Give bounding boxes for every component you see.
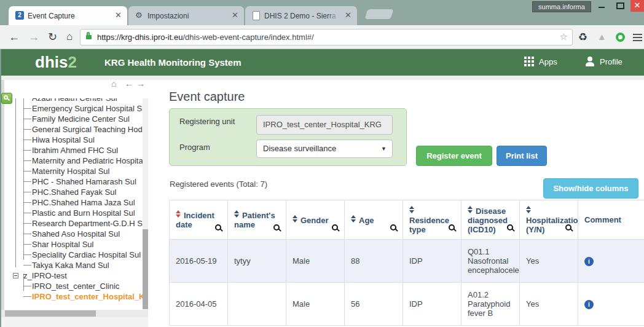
org-unit-tree-item[interactable]: Shahed Aso Hospital Sul: [5, 229, 143, 239]
org-unit-tree-item[interactable]: Family Medicine Center Sul: [5, 114, 143, 124]
window-minimize-button[interactable]: [594, 0, 610, 12]
extension-green-ring-icon[interactable]: [616, 33, 625, 42]
cell-comment: [578, 240, 644, 283]
extension-recycle-icon[interactable]: ♻: [578, 31, 587, 44]
sort-icon[interactable]: [293, 215, 297, 223]
bookmark-star-icon[interactable]: ☆: [560, 31, 568, 42]
logo-suffix: 2: [68, 53, 76, 71]
org-unit-tree-item[interactable]: PHC.Shahed Hama Jaza Sul: [5, 197, 143, 208]
back-icon[interactable]: ←: [9, 30, 20, 44]
column-header-gender[interactable]: Gender: [286, 200, 345, 240]
tree-home-icon[interactable]: ⌂: [111, 79, 116, 89]
browser-window: 2 Event Capture ✕ ⚙ Impostazioni ✕ DHIS …: [0, 0, 644, 327]
tree-vertical-scrollbar-thumb[interactable]: [143, 229, 148, 309]
org-unit-tree-item[interactable]: PHC.Shahed Fayak Sul: [5, 187, 143, 197]
column-header-residence-type[interactable]: Residence type: [403, 200, 461, 240]
tree-item-label: Speciality Cardiac Hospital Sul: [32, 250, 141, 259]
tree-forward-icon[interactable]: →: [136, 79, 145, 89]
apps-menu[interactable]: Apps: [524, 57, 557, 66]
sort-icon[interactable]: [351, 215, 356, 223]
url-text[interactable]: https://krg-dhis.ipro-it.eu/dhis-web-eve…: [97, 33, 314, 42]
sidebar-left-gutter: [1, 80, 4, 327]
org-unit-tree-item[interactable]: General Surgical Teaching Hodpi: [5, 124, 143, 135]
program-select[interactable]: Disease surveillance ▼: [256, 140, 393, 158]
table-row[interactable]: 2016-04-05Male56IDPA01.2 Paratyphoid fev…: [170, 283, 644, 326]
column-label: Incident date: [176, 211, 214, 229]
tab-close-icon[interactable]: ✕: [115, 11, 122, 19]
org-unit-tree-item[interactable]: Ibrahim Ahmed FHC Sul: [5, 145, 143, 156]
tree-item-label: General Surgical Teaching Hodpi: [32, 125, 143, 134]
column-search-icon[interactable]: [332, 224, 338, 230]
sort-icon[interactable]: [176, 210, 181, 218]
table-row[interactable]: 2016-05-19tytyyMale88IDPQ01.1 Nasofronta…: [170, 240, 644, 283]
column-header-incident-date[interactable]: Incident date: [170, 200, 228, 240]
column-search-icon[interactable]: [565, 224, 571, 230]
sort-icon[interactable]: [468, 206, 473, 213]
org-unit-tree-item[interactable]: Hiwa Hospital Sul: [5, 135, 143, 145]
org-unit-tree-item[interactable]: Azadi Health Center Sul: [5, 98, 143, 103]
browser-menu-icon[interactable]: [633, 34, 642, 35]
org-unit-tree-item[interactable]: Maternity Hospital Sul: [5, 166, 143, 176]
column-search-icon[interactable]: [390, 224, 396, 230]
column-search-icon[interactable]: [215, 224, 221, 230]
tree-item-label: Hiwa Hospital Sul: [32, 135, 95, 144]
address-bar[interactable]: https://krg-dhis.ipro-it.eu/dhis-web-eve…: [80, 29, 573, 45]
new-tab-button[interactable]: [364, 9, 393, 19]
column-search-icon[interactable]: [273, 224, 280, 230]
column-header-comment[interactable]: Comment: [578, 200, 644, 240]
cell-hospitalization-yn: Yes: [520, 283, 578, 326]
org-unit-tree-item[interactable]: IPRO_test_center_Clinic: [5, 281, 143, 291]
window-close-button[interactable]: ✕: [630, 0, 644, 12]
org-unit-tree-item[interactable]: Maternity and Pediatric Hospital F: [5, 156, 143, 166]
org-unit-tree-item[interactable]: z_IPRO-test: [5, 270, 143, 281]
org-unit-tree-item[interactable]: Shar Hospital Sul: [5, 239, 143, 250]
extension-drive-icon[interactable]: ▲: [597, 31, 607, 42]
column-header-disease-diagnosed-icd10[interactable]: Disease diagnosed (ICD10): [461, 200, 520, 240]
cell-disease-diagnosed-icd10: Q01.1 Nasofrontal encephalocele: [461, 240, 520, 283]
apps-label: Apps: [539, 57, 557, 66]
sort-icon[interactable]: [409, 206, 414, 213]
org-unit-tree-item[interactable]: Emergency Surgical Hospital Sul: [5, 103, 143, 114]
org-unit-tree-item[interactable]: Takya Kaka Mand Sul: [5, 260, 143, 270]
info-icon[interactable]: [584, 257, 594, 266]
registering-unit-input[interactable]: IPRO_test_center_Hospital_KRG: [256, 115, 393, 135]
org-unit-tree-item[interactable]: IPRO_test_center_Hospital_KRG: [5, 291, 143, 302]
tree-item-label: PHC.Shahed Hama Jaza Sul: [32, 198, 135, 207]
org-unit-tree-item[interactable]: PHC - Shahed Hamarash Sul: [5, 176, 143, 187]
print-list-button[interactable]: Print list: [497, 146, 547, 166]
cell-patients-name: [228, 283, 286, 326]
tab-event-capture[interactable]: 2 Event Capture ✕: [9, 6, 127, 25]
cell-age: 88: [345, 240, 403, 283]
column-label: Gender: [300, 216, 329, 225]
apps-grid-icon: [524, 57, 534, 66]
forward-icon[interactable]: →: [28, 30, 39, 44]
info-icon[interactable]: [584, 300, 594, 309]
window-maximize-button[interactable]: [612, 0, 628, 12]
tree-item-label: PHC.Shahed Fayak Sul: [32, 187, 116, 197]
register-event-button[interactable]: Register event: [416, 146, 492, 166]
tree-back-icon[interactable]: ←: [125, 79, 133, 89]
tab-impostazioni[interactable]: ⚙ Impostazioni ✕: [128, 6, 244, 25]
refresh-icon[interactable]: ↻: [48, 30, 57, 44]
sort-icon[interactable]: [234, 210, 239, 218]
tab-close-icon[interactable]: ✕: [345, 11, 351, 19]
tab-close-icon[interactable]: ✕: [232, 11, 238, 19]
org-unit-tree-item[interactable]: Research Department-G.D.H Sul: [5, 218, 143, 229]
org-unit-tree-item[interactable]: Plastic and Burn Hospital Sul: [5, 208, 143, 218]
tree-item-label: Azadi Health Center Sul: [32, 98, 117, 103]
profile-menu[interactable]: Profile: [585, 57, 622, 66]
dhis2-logo[interactable]: dhis2: [35, 53, 77, 72]
tab-dhis2-demo[interactable]: DHIS 2 Demo - Sierra Leo ✕: [245, 6, 357, 25]
tab-label-fade: [328, 6, 344, 25]
column-header-hospitalization-yn[interactable]: Hospitalization (Y/N): [520, 200, 578, 240]
home-icon[interactable]: ⌂: [66, 30, 73, 44]
column-search-icon[interactable]: [507, 224, 513, 230]
sort-icon[interactable]: [526, 206, 531, 213]
org-unit-tree-item[interactable]: Speciality Cardiac Hospital Sul: [5, 250, 143, 260]
show-hide-columns-button[interactable]: Show/hide columns: [543, 178, 638, 199]
column-header-age[interactable]: Age: [345, 200, 403, 240]
tree-horizontal-scrollbar-thumb[interactable]: [5, 310, 96, 317]
column-header-patients-name[interactable]: Patient's name: [228, 200, 286, 240]
tree-collapse-icon[interactable]: [13, 273, 18, 278]
column-search-icon[interactable]: [449, 224, 455, 230]
